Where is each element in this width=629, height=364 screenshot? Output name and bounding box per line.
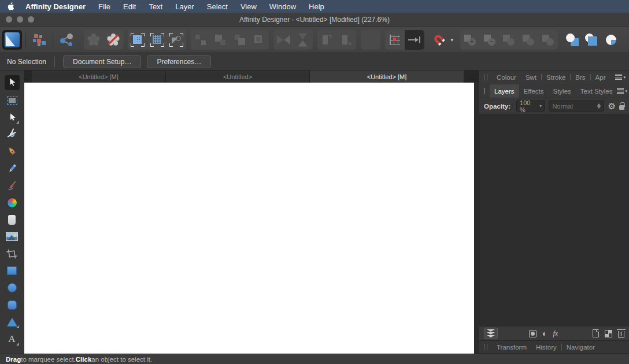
zoom-window-button[interactable]: [28, 16, 34, 23]
boolean-add-button[interactable]: +: [460, 30, 480, 50]
tab-appearance[interactable]: Apr: [591, 74, 610, 81]
artboard-tool[interactable]: [5, 94, 20, 107]
panel-menu-icon[interactable]: ▾: [617, 88, 627, 94]
rotate-anticlockwise-button[interactable]: ↰: [317, 30, 337, 50]
insert-inside-button[interactable]: [582, 30, 602, 50]
move-to-back-button[interactable]: [250, 30, 269, 50]
snapping-options-caret[interactable]: ▾: [450, 37, 453, 43]
adjustment-layer-icon[interactable]: ◐: [542, 329, 547, 337]
snapping-axis-button[interactable]: [405, 30, 424, 50]
lock-icon[interactable]: [619, 105, 624, 110]
tab-styles[interactable]: Styles: [548, 88, 575, 95]
alignment-button[interactable]: [361, 30, 380, 50]
pixel-persona-button[interactable]: [29, 30, 49, 50]
preferences-button[interactable]: Preferences…: [147, 55, 211, 68]
blend-mode-dropdown[interactable]: Normal: [549, 101, 604, 112]
tab-text-styles[interactable]: Text Styles: [576, 88, 617, 95]
point-transform-tool[interactable]: [5, 128, 20, 142]
triangle-tool[interactable]: [5, 315, 20, 329]
panel-drag-handle[interactable]: [484, 344, 487, 350]
tab-transform[interactable]: Transform: [492, 344, 531, 351]
export-persona-button[interactable]: [57, 30, 76, 50]
colour-picker-tool[interactable]: [5, 196, 20, 210]
flip-vertical-button[interactable]: [293, 30, 313, 50]
boolean-combine-button[interactable]: [538, 30, 558, 50]
pencil-tool[interactable]: [5, 162, 20, 176]
rectangle-icon: [7, 266, 17, 275]
document-area: <Untitled> [M] <Untitled> <Untitled> [M]: [24, 70, 479, 354]
ellipse-tool[interactable]: [5, 281, 20, 295]
status-hint-drag: Drag: [6, 356, 21, 363]
menu-edit[interactable]: Edit: [123, 2, 136, 11]
opacity-dropdown[interactable]: 100 % ▾: [516, 101, 545, 112]
delete-layer-icon[interactable]: [618, 331, 624, 338]
apple-menu[interactable]: [7, 2, 15, 11]
layers-list[interactable]: [479, 114, 629, 326]
pixel-grid-dotted-button[interactable]: [147, 30, 167, 50]
layers-stack-button[interactable]: [484, 328, 498, 339]
boolean-subtract-button[interactable]: −: [480, 30, 500, 50]
menu-layer[interactable]: Layer: [175, 2, 194, 11]
flip-horizontal-button[interactable]: [273, 30, 293, 50]
boolean-add-icon: +: [464, 34, 476, 46]
defaults-revert-button[interactable]: [103, 30, 123, 50]
move-to-front-button[interactable]: [191, 30, 210, 50]
tab-colour[interactable]: Colour: [492, 74, 521, 81]
document-tab-1[interactable]: <Untitled> [M]: [32, 70, 166, 83]
rounded-rectangle-tool[interactable]: [5, 298, 20, 312]
move-to-back-icon: [253, 34, 265, 46]
move-tool[interactable]: [5, 75, 20, 90]
transparency-tool-icon: [8, 215, 16, 225]
boolean-intersect-button[interactable]: [499, 30, 519, 50]
pixel-grid-button[interactable]: [128, 30, 147, 50]
snapping-magnet-button[interactable]: [429, 30, 449, 50]
document-tab-2[interactable]: <Untitled>: [166, 70, 310, 83]
panel-drag-handle[interactable]: [484, 74, 487, 80]
menu-app-name[interactable]: Affinity Designer: [25, 2, 86, 11]
close-window-button[interactable]: [6, 16, 12, 23]
snapping-grid-button[interactable]: [385, 30, 405, 50]
minimize-window-button[interactable]: [17, 16, 23, 23]
tab-layers[interactable]: Layers: [490, 84, 519, 98]
vector-crop-tool[interactable]: [5, 247, 20, 261]
pen-tool[interactable]: [5, 144, 20, 158]
tab-effects[interactable]: Effects: [519, 88, 549, 95]
rectangle-tool[interactable]: [5, 264, 20, 278]
document-canvas[interactable]: [24, 83, 474, 354]
document-setup-button[interactable]: Document Setup…: [63, 55, 141, 68]
menu-help[interactable]: Help: [309, 2, 324, 11]
vector-brush-tool[interactable]: [5, 179, 20, 192]
tab-history[interactable]: History: [531, 344, 561, 351]
new-pixel-layer-icon[interactable]: [605, 330, 612, 337]
tab-brushes[interactable]: Brs: [571, 74, 590, 81]
new-layer-icon[interactable]: [593, 329, 599, 337]
designer-persona-button[interactable]: [2, 30, 22, 50]
document-tab-3[interactable]: <Untitled> [M]: [310, 70, 464, 83]
mask-layer-icon[interactable]: [529, 330, 536, 337]
defaults-synchronise-button[interactable]: ↑: [84, 30, 103, 50]
insert-behind-button[interactable]: [563, 30, 582, 50]
insert-on-top-button[interactable]: [601, 30, 621, 50]
convert-to-curves-button[interactable]: [167, 30, 187, 50]
move-backward-button[interactable]: [230, 30, 250, 50]
tab-stroke[interactable]: Stroke: [542, 74, 570, 81]
rotate-clockwise-button[interactable]: ↳: [337, 30, 357, 50]
menu-text[interactable]: Text: [149, 2, 162, 11]
titlebar[interactable]: Affinity Designer - <Untitled> [Modified…: [0, 13, 629, 27]
panel-drag-handle[interactable]: [484, 88, 485, 94]
layer-effects-icon[interactable]: fx: [553, 329, 558, 338]
menu-select[interactable]: Select: [207, 2, 228, 11]
menu-view[interactable]: View: [240, 2, 257, 11]
gear-icon[interactable]: ⚙: [608, 102, 615, 110]
move-forward-button[interactable]: [210, 30, 230, 50]
place-image-tool[interactable]: [5, 230, 20, 244]
transparency-tool[interactable]: [5, 213, 20, 226]
panel-menu-icon[interactable]: ▾: [615, 75, 626, 80]
menu-window[interactable]: Window: [269, 2, 296, 11]
tab-navigator[interactable]: Navigator: [562, 344, 600, 351]
node-tool[interactable]: [5, 110, 20, 124]
artistic-text-tool[interactable]: A: [5, 332, 20, 346]
boolean-divide-button[interactable]: [519, 30, 538, 50]
tab-swatches[interactable]: Swt: [521, 74, 541, 81]
menu-file[interactable]: File: [98, 2, 110, 11]
